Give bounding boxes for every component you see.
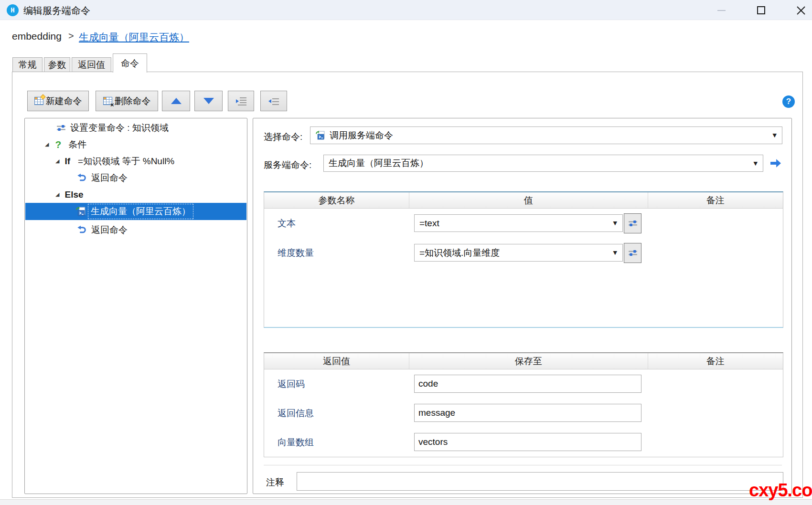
- move-down-button[interactable]: [194, 91, 223, 111]
- tree-item-label: 返回命令: [91, 172, 128, 184]
- help-button[interactable]: ?: [782, 95, 795, 108]
- param-name-text: 文本: [264, 209, 409, 238]
- tab-commands[interactable]: 命令: [113, 53, 147, 73]
- indent-icon: [236, 97, 246, 105]
- select-command-dropdown[interactable]: 调用服务端命令 ▼: [310, 126, 782, 144]
- delete-command-label: 删除命令: [115, 95, 151, 107]
- param-value-dropdown-text[interactable]: =text ▼: [414, 214, 623, 232]
- save-to-input-vectors[interactable]: [414, 433, 641, 451]
- condition-icon: ?: [55, 139, 61, 150]
- param-value: =text: [419, 218, 439, 229]
- return-name-message: 返回信息: [264, 399, 409, 428]
- table-row: 文本 =text ▼: [264, 209, 783, 238]
- outdent-button[interactable]: [260, 91, 287, 111]
- move-up-button[interactable]: [162, 91, 190, 111]
- parameters-table: 参数名称 值 备注 文本 =text ▼ 维度数量 =知识领域.向量维: [264, 191, 783, 328]
- command-editor-panel: 选择命令: 调用服务端命令 ▼ 服务端命令: 生成向量（阿里云百炼） ▼ 参数名…: [253, 118, 792, 494]
- chevron-down-icon: ▼: [754, 160, 758, 167]
- returns-table-header: 返回值 保存至 备注: [264, 353, 783, 369]
- select-command-value: 调用服务端命令: [330, 129, 393, 142]
- server-command-icon: [75, 206, 86, 217]
- else-keyword: Else: [64, 189, 83, 200]
- tab-return-value[interactable]: 返回值: [72, 57, 111, 72]
- tree-item-set-variable[interactable]: 设置变量命令 : 知识领域: [25, 119, 246, 136]
- server-command-value: 生成向量（阿里云百炼）: [329, 157, 428, 169]
- new-command-button[interactable]: 新建命令: [27, 91, 89, 111]
- return-icon: [76, 225, 86, 235]
- save-to-input-code[interactable]: [414, 375, 641, 393]
- tree-item-label: 返回命令: [91, 224, 128, 236]
- sliders-icon: [628, 219, 638, 228]
- tree-item-condition[interactable]: ◢ ? 条件: [25, 136, 246, 153]
- window-title: 编辑服务端命令: [23, 4, 90, 17]
- param-value-dropdown-dimension[interactable]: =知识领域.向量维度 ▼: [414, 244, 623, 262]
- tree-item-return-command-1[interactable]: 返回命令: [25, 169, 246, 186]
- server-command-label: 服务端命令:: [264, 159, 311, 171]
- delete-command-icon: ×: [103, 97, 112, 105]
- chevron-down-icon: ▼: [613, 250, 617, 256]
- select-command-label: 选择命令:: [264, 131, 302, 143]
- close-icon: [796, 5, 806, 16]
- sliders-icon: [628, 248, 638, 258]
- formula-editor-button[interactable]: [624, 243, 641, 263]
- returns-table: 返回值 保存至 备注 返回码 返回信息 向量数组: [264, 352, 783, 457]
- arrow-down-icon: [203, 98, 214, 104]
- breadcrumb-separator: >: [68, 31, 74, 42]
- comment-input[interactable]: [297, 472, 783, 491]
- table-row: 返回码: [264, 369, 783, 399]
- open-server-command-button[interactable]: [768, 157, 784, 170]
- column-header-param-name: 参数名称: [264, 192, 409, 208]
- expander-icon[interactable]: ◢: [55, 191, 59, 198]
- watermark-text: cxy5.com: [749, 480, 812, 501]
- close-button[interactable]: [796, 5, 806, 18]
- tree-item-else[interactable]: ◢ Else: [25, 186, 246, 203]
- tree-item-if[interactable]: ◢ If =知识领域 等于 %Null%: [25, 153, 246, 169]
- column-header-note: 备注: [648, 192, 783, 208]
- server-command-icon: [315, 130, 325, 140]
- return-icon: [76, 173, 86, 183]
- save-to-input-message[interactable]: [414, 404, 641, 422]
- tree-item-generate-vector-selected[interactable]: 生成向量（阿里云百炼）: [25, 203, 246, 220]
- arrow-up-icon: [171, 98, 182, 104]
- tree-item-label: 设置变量命令 : 知识领域: [70, 122, 169, 134]
- new-command-label: 新建命令: [46, 95, 82, 107]
- sliders-icon: [56, 123, 66, 133]
- help-icon: ?: [786, 97, 791, 106]
- return-name-vectors: 向量数组: [264, 428, 409, 457]
- tab-general[interactable]: 常规: [12, 57, 43, 72]
- table-row: 向量数组: [264, 428, 783, 457]
- title-bar: [0, 0, 812, 20]
- expander-icon[interactable]: ◢: [55, 158, 59, 164]
- tree-item-label: 生成向量（阿里云百炼）: [88, 204, 193, 219]
- formula-editor-button[interactable]: [624, 213, 641, 233]
- column-header-value: 值: [409, 192, 648, 208]
- table-row: 返回信息: [264, 399, 783, 428]
- tree-item-label: 条件: [68, 138, 86, 151]
- breadcrumb-current-link[interactable]: 生成向量（阿里云百炼）: [79, 31, 196, 44]
- comment-label: 注释: [266, 476, 284, 489]
- chevron-down-icon: ▼: [613, 220, 617, 226]
- if-keyword: If: [64, 156, 70, 167]
- minimize-icon[interactable]: [717, 10, 726, 11]
- outdent-icon: [268, 97, 279, 105]
- param-value: =知识领域.向量维度: [419, 247, 500, 259]
- tree-item-return-command-2[interactable]: 返回命令: [25, 221, 246, 238]
- chevron-down-icon: ▼: [773, 132, 777, 138]
- server-command-dropdown[interactable]: 生成向量（阿里云百炼） ▼: [323, 155, 763, 172]
- table-row: 维度数量 =知识领域.向量维度 ▼: [264, 238, 783, 268]
- window-bottom-edge: [0, 499, 812, 505]
- param-name-dimension: 维度数量: [264, 238, 409, 268]
- command-tree-panel: 设置变量命令 : 知识领域 ◢ ? 条件 ◢ If =知识领域 等于 %Null…: [24, 118, 247, 494]
- expander-icon[interactable]: ◢: [45, 141, 49, 147]
- indent-button[interactable]: [228, 91, 254, 111]
- arrow-right-icon: [769, 158, 782, 168]
- delete-command-button[interactable]: × 删除命令: [96, 91, 158, 111]
- column-header-return-value: 返回值: [264, 353, 409, 369]
- parameters-table-header: 参数名称 值 备注: [264, 192, 783, 209]
- maximize-icon[interactable]: [757, 6, 765, 14]
- breadcrumb-parent: embedding: [12, 31, 62, 42]
- new-command-icon: [34, 97, 43, 105]
- column-header-note: 备注: [648, 353, 783, 369]
- tab-parameters[interactable]: 参数: [44, 57, 70, 72]
- column-header-save-to: 保存至: [409, 353, 648, 369]
